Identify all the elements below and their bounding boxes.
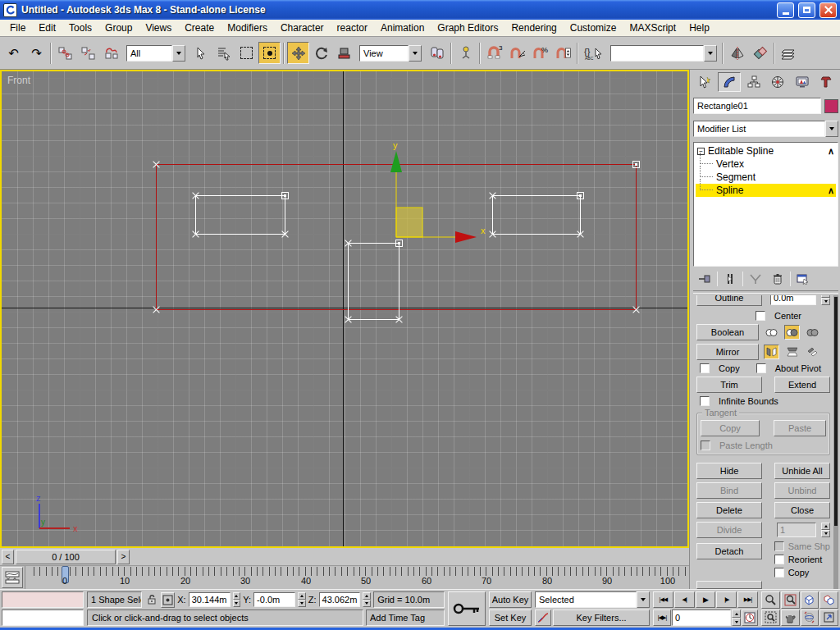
dropdown-arrow-icon[interactable] <box>409 45 422 62</box>
first-vertex-marker[interactable] <box>632 161 640 168</box>
rectangular-selection-region-button[interactable] <box>235 42 258 64</box>
zoom-extents-all-button[interactable] <box>819 591 838 609</box>
menu-group[interactable]: Group <box>98 21 139 35</box>
named-selection-dropdown[interactable] <box>610 45 717 62</box>
menu-maxscript[interactable]: MAXScript <box>623 21 682 35</box>
stack-item-editable-spline[interactable]: − Editable Spline ∧ <box>696 144 836 158</box>
mirror-button-rollout[interactable]: Mirror <box>696 344 759 360</box>
menu-customize[interactable]: Customize <box>564 21 623 35</box>
menu-file[interactable]: File <box>3 21 32 35</box>
undo-button[interactable]: ↶ <box>2 42 25 64</box>
about-pivot-checkbox[interactable] <box>756 363 766 373</box>
zoom-extents-button[interactable] <box>801 591 819 609</box>
vertex-marker[interactable] <box>344 315 353 324</box>
mirror-copy-checkbox[interactable] <box>700 363 710 373</box>
dropdown-arrow-icon[interactable] <box>637 591 650 608</box>
vertex-marker[interactable] <box>281 230 290 239</box>
current-frame-field[interactable]: 0 <box>672 609 731 626</box>
divide-value-field[interactable]: 1 <box>777 523 816 537</box>
tangent-paste-button[interactable]: Paste <box>774 420 826 436</box>
menu-views[interactable]: Views <box>139 21 178 35</box>
select-by-name-button[interactable] <box>212 42 235 64</box>
detach-button[interactable]: Detach <box>696 543 762 559</box>
show-end-result-button[interactable] <box>720 271 740 287</box>
gizmo-xy-plane-handle[interactable] <box>396 208 422 237</box>
frame-spinner[interactable] <box>732 609 741 626</box>
mirror-button[interactable] <box>726 42 748 64</box>
center-checkbox[interactable] <box>756 311 765 321</box>
key-mode-toggle-button[interactable]: |◀▶| <box>653 609 671 626</box>
y-coord-field[interactable]: -0.0m <box>253 592 295 607</box>
maximize-viewport-toggle-button[interactable] <box>819 609 838 627</box>
clipped-button[interactable] <box>696 581 762 589</box>
tab-motion[interactable] <box>766 72 790 92</box>
transform-gizmo[interactable]: y x <box>326 141 494 248</box>
select-and-manipulate-button[interactable] <box>454 42 477 64</box>
minimize-button[interactable] <box>777 2 794 18</box>
next-frame-button[interactable]: |▶ <box>716 591 737 608</box>
viewport-front[interactable]: Front <box>0 70 689 548</box>
set-keys-button[interactable] <box>448 591 486 626</box>
delete-button[interactable]: Delete <box>696 502 762 518</box>
menu-help[interactable]: Help <box>682 21 716 35</box>
x-coord-field[interactable]: 30.144m <box>189 592 231 607</box>
vertex-marker[interactable] <box>632 305 641 314</box>
gizmo-y-arrowhead[interactable] <box>390 151 402 172</box>
selection-set-dropdown[interactable]: Selected <box>535 591 650 608</box>
infinite-bounds-checkbox[interactable] <box>700 396 710 406</box>
bind-button[interactable]: Bind <box>696 482 762 499</box>
hide-button[interactable]: Hide <box>696 463 762 479</box>
modifier-list-dropdown[interactable]: Modifier List <box>693 121 838 137</box>
unhide-all-button[interactable]: Unhide All <box>774 463 830 479</box>
reference-coordinate-system-dropdown[interactable]: View <box>359 45 422 62</box>
reorient-checkbox[interactable] <box>774 555 784 564</box>
vertex-marker[interactable] <box>152 160 161 169</box>
time-slider-prev-button[interactable]: < <box>2 550 14 564</box>
tab-hierarchy[interactable] <box>742 72 765 92</box>
tab-create[interactable] <box>693 72 717 92</box>
redo-button[interactable]: ↷ <box>25 42 48 64</box>
restore-button[interactable] <box>798 2 815 18</box>
outline-button[interactable]: Outline <box>696 295 762 306</box>
bind-to-space-warp-button[interactable] <box>100 42 122 64</box>
first-vertex-marker[interactable] <box>577 192 584 199</box>
open-mini-curve-editor-button[interactable] <box>2 567 23 588</box>
outline-spinner[interactable] <box>821 295 830 305</box>
auto-key-button[interactable]: Auto Key <box>489 591 532 608</box>
zoom-all-button[interactable] <box>781 591 800 609</box>
tab-display[interactable] <box>791 72 815 92</box>
menu-character[interactable]: Character <box>274 21 331 35</box>
outline-value-field[interactable]: 0.0m <box>770 295 816 305</box>
listener-script-line[interactable] <box>2 609 84 626</box>
rollout-scrollbar[interactable] <box>833 295 838 589</box>
close-button-rollout[interactable]: Close <box>774 502 830 518</box>
pin-stack-button[interactable] <box>695 271 714 287</box>
spline-rectangle-right[interactable] <box>492 195 581 235</box>
gizmo-x-arrowhead[interactable] <box>455 231 477 243</box>
select-and-scale-button[interactable] <box>333 42 355 64</box>
tab-modify[interactable] <box>718 72 742 92</box>
first-vertex-marker[interactable] <box>281 192 289 199</box>
vertex-marker[interactable] <box>576 230 585 239</box>
z-coord-spinner[interactable] <box>363 592 371 607</box>
time-slider-next-button[interactable]: > <box>117 550 130 564</box>
use-pivot-point-center-button[interactable] <box>426 42 448 64</box>
go-to-start-button[interactable]: |◀◀ <box>653 591 673 608</box>
boolean-union-button[interactable] <box>764 325 779 340</box>
time-slider-handle[interactable]: 0 / 100 <box>16 550 116 564</box>
make-unique-button[interactable] <box>746 271 765 287</box>
percent-snap-toggle-button[interactable]: % <box>529 42 551 64</box>
select-object-button[interactable] <box>189 42 212 64</box>
default-in-out-tangents-button[interactable] <box>535 609 551 626</box>
maxscript-mini-listener[interactable] <box>2 591 84 626</box>
set-key-button[interactable]: Set Key <box>489 609 532 626</box>
mirror-vertical-button[interactable] <box>784 345 800 359</box>
dropdown-arrow-icon[interactable] <box>704 45 717 62</box>
select-and-link-button[interactable] <box>54 42 76 64</box>
angle-snap-toggle-button[interactable] <box>506 42 528 64</box>
trim-button[interactable]: Trim <box>696 377 762 393</box>
key-filters-button[interactable]: Key Filters... <box>553 609 650 626</box>
divide-spinner[interactable] <box>821 523 830 537</box>
tab-utilities[interactable] <box>815 72 838 92</box>
boolean-subtract-button[interactable] <box>784 325 800 340</box>
